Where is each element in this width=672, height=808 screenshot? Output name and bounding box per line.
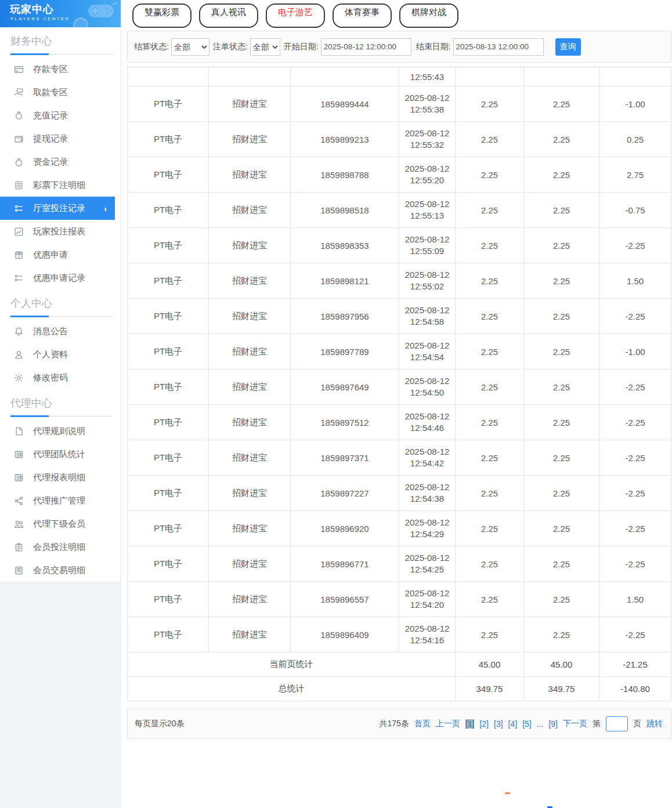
sidebar-item[interactable]: 代理规则说明: [0, 419, 121, 443]
orange-loader-artifact: [505, 792, 510, 794]
table-row: PT电子招财进宝18598964092025-08-1212:54:162.25…: [128, 617, 671, 653]
sidebar-item-label: 充值记录: [33, 110, 68, 121]
start-date-input[interactable]: [321, 38, 411, 56]
sidebar-item[interactable]: 修改密码: [0, 366, 121, 389]
jump-button[interactable]: 跳转: [646, 719, 663, 729]
profit-cell: -0.75: [599, 193, 671, 228]
total-count: 共175条: [380, 719, 409, 729]
category-tab[interactable]: 真人视讯: [199, 3, 258, 28]
end-date-input[interactable]: [453, 38, 544, 56]
table-row: PT电子招财进宝18598972272025-08-1212:54:382.25…: [128, 476, 671, 511]
time-cell: 2025-08-1212:54:50: [399, 369, 456, 405]
bet-amount-cell: 2.25: [456, 299, 524, 334]
sidebar-item[interactable]: 资金记录: [0, 150, 121, 173]
category-tab[interactable]: 电子游艺: [266, 3, 325, 28]
time-cell: 2025-08-1212:55:13: [399, 193, 456, 228]
sidebar-item[interactable]: 代理报表明细: [0, 466, 121, 489]
first-page-link[interactable]: 首页: [414, 719, 431, 729]
prev-page-link[interactable]: 上一页: [436, 719, 460, 729]
sidebar-item[interactable]: 提现记录: [0, 127, 121, 150]
profit-cell: -2.25: [599, 228, 671, 263]
order-no-cell: 1859896409: [291, 617, 399, 653]
order-status-select[interactable]: 全部: [250, 38, 280, 56]
sidebar-item[interactable]: 代理推广管理: [0, 489, 121, 512]
profit-cell: -2.25: [599, 546, 671, 582]
profit-cell: -2.25: [599, 511, 671, 546]
sidebar-item[interactable]: 代理团队统计: [0, 443, 121, 466]
jump-page-input[interactable]: [606, 716, 628, 731]
category-tab[interactable]: 棋牌对战: [399, 3, 458, 28]
sidebar-item[interactable]: 个人资料: [0, 343, 121, 366]
sidebar-item[interactable]: 取款专区: [0, 81, 121, 104]
bet-amount-cell: 2.25: [456, 193, 524, 228]
user-icon: [14, 350, 24, 360]
time-cell: 2025-08-1212:54:25: [399, 546, 456, 582]
order-status-label: 注单状态:: [213, 42, 248, 52]
ellipsis: ...: [537, 719, 544, 729]
platform-cell: PT电子: [128, 86, 209, 122]
settlement-status-select[interactable]: 全部: [171, 38, 209, 56]
category-tab[interactable]: 体育赛事: [333, 3, 392, 28]
game-cell: 招财进宝: [209, 476, 291, 511]
page-summary-row: 当前页统计 45.00 45.00 -21.25: [128, 653, 671, 677]
sidebar-item[interactable]: 优惠申请记录: [0, 266, 121, 289]
page-link[interactable]: [3]: [494, 719, 503, 729]
time-cell: 2025-08-1212:54:16: [399, 617, 456, 653]
game-cell: 招财进宝: [209, 122, 291, 157]
doc-icon: [14, 180, 24, 190]
sidebar-item-label: 代理推广管理: [33, 495, 85, 506]
page-link[interactable]: [5]: [522, 719, 532, 729]
valid-amount-cell: 2.25: [524, 369, 599, 405]
page-link[interactable]: [4]: [508, 719, 518, 729]
grand-profit-total: -140.80: [599, 677, 671, 701]
game-cell: 招财进宝: [209, 405, 291, 440]
bet-amount-cell: 2.25: [456, 476, 524, 511]
game-cell: 招财进宝: [209, 369, 291, 405]
profit-cell: 1.50: [599, 582, 671, 617]
bet-amount-cell: 2.25: [456, 440, 524, 476]
next-page-link[interactable]: 下一页: [563, 719, 587, 729]
order-no-cell: 1859899444: [291, 86, 399, 122]
settlement-status-label: 结算状态:: [134, 42, 169, 52]
sidebar-item[interactable]: 优惠申请: [0, 243, 121, 266]
bet-amount-cell: 2.25: [456, 122, 524, 157]
card-icon: [14, 64, 24, 74]
chart-icon: [14, 227, 24, 237]
sidebar-item[interactable]: 彩票下注明细: [0, 173, 121, 197]
query-button[interactable]: 查询: [555, 38, 581, 56]
sidebar-item[interactable]: 存款专区: [0, 57, 121, 81]
sidebar-item[interactable]: 充值记录: [0, 104, 121, 127]
profit-cell: 0.25: [599, 122, 671, 157]
sidebar-item[interactable]: 厅室投注记录›: [0, 197, 115, 220]
section-title: 代理中心: [10, 396, 110, 411]
bet-amount-cell: 2.25: [456, 405, 524, 440]
gift-icon: [14, 250, 24, 260]
game-cell: 招财进宝: [209, 546, 291, 582]
sidebar-item[interactable]: 代理下级会员: [0, 512, 121, 535]
sidebar-item[interactable]: 会员交易明细: [0, 559, 121, 582]
current-page-link[interactable]: [1]: [465, 719, 475, 729]
bet-amount-cell: 2.25: [456, 511, 524, 546]
page-link[interactable]: [9]: [548, 719, 558, 729]
gamepad-icon: [84, 0, 118, 26]
per-page-label: 每页显示20条: [135, 719, 185, 729]
table-row: PT电子招财进宝18598987882025-08-1212:55:202.25…: [128, 157, 671, 193]
sidebar-item[interactable]: 玩家投注报表: [0, 220, 121, 243]
sidebar-item-label: 玩家投注报表: [33, 226, 85, 237]
page-link[interactable]: [2]: [479, 719, 489, 729]
profit-cell: -2.25: [599, 440, 671, 476]
table-row: PT电子招财进宝18598983532025-08-1212:55:092.25…: [128, 228, 671, 263]
time-cell: 2025-08-1212:54:42: [399, 440, 456, 476]
sidebar-item[interactable]: 消息公告: [0, 320, 121, 343]
sidebar-item[interactable]: 会员投注明细: [0, 535, 121, 559]
grand-summary-label: 总统计: [128, 677, 456, 701]
table-row: PT电子招财进宝18598985182025-08-1212:55:132.25…: [128, 193, 671, 228]
category-tab[interactable]: 雙赢彩票: [132, 3, 192, 28]
game-cell: 招财进宝: [209, 582, 291, 617]
profit-cell: -1.00: [599, 334, 671, 369]
valid-amount-cell: 2.25: [524, 582, 599, 617]
start-date-label: 开始日期:: [284, 42, 319, 52]
profit-cell: 2.75: [599, 157, 671, 193]
brand-title: 玩家中心: [10, 2, 54, 16]
sidebar-item-label: 资金记录: [33, 157, 68, 168]
